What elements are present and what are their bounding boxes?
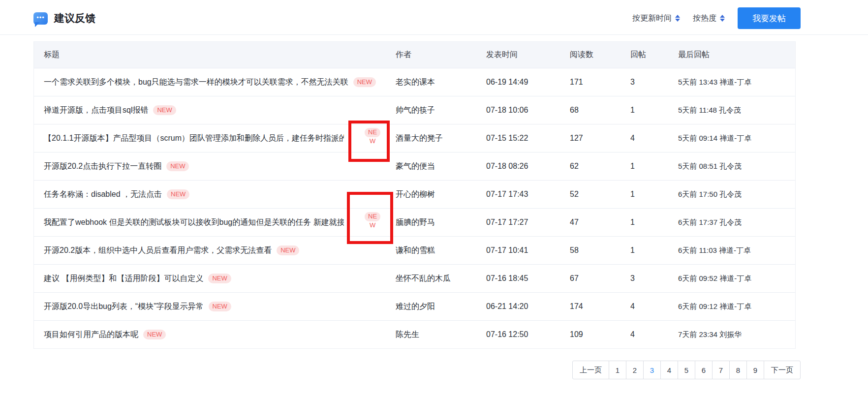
last-reply-cell: 6天前 09:12 禅道-丁卓	[678, 302, 795, 311]
reply-count-cell: 3	[630, 274, 678, 283]
author-cell: 谦和的雪糕	[396, 245, 486, 256]
table-row: 【20.1.1开源版本】产品型项目（scrum）团队管理添加和删除人员后，建任务…	[34, 124, 795, 152]
post-title-cell: 建议 【用例类型】和【适用阶段】可以自定义NEW	[44, 274, 396, 284]
post-title-cell: 一个需求关联到多个模块，bug只能选与需求一样的模块才可以关联需求，不然无法关联…	[44, 77, 396, 88]
last-reply-cell: 6天前 11:03 禅道-丁卓	[678, 246, 795, 255]
post-title-cell: 开源版20.0导出bug列表，“模块”字段显示异常NEW	[44, 302, 396, 312]
pagination-page-1[interactable]: 1	[609, 361, 626, 379]
pagination-page-9[interactable]: 9	[746, 361, 764, 379]
post-title-link[interactable]: 开源版20.2点击执行下拉一直转圈	[44, 161, 161, 172]
page-header: ••• 建议反馈 按更新时间 按热度 我要发帖	[33, 6, 801, 31]
author-cell: 酒量大的凳子	[396, 133, 486, 144]
chat-bubble-icon: •••	[33, 12, 48, 25]
post-time-cell: 06-21 14:20	[486, 302, 570, 311]
read-count-cell: 171	[570, 78, 630, 87]
reply-count-cell: 1	[630, 162, 678, 171]
feedback-table: 标题作者发表时间阅读数回帖最后回帖 一个需求关联到多个模块，bug只能选与需求一…	[33, 41, 796, 349]
pagination: 上一页123456789下一页	[572, 361, 801, 379]
table-row: 禅道开源版，点击项目sql报错NEW帅气的筷子07-18 10:066815天前…	[34, 96, 795, 124]
new-post-button[interactable]: 我要发帖	[738, 7, 801, 29]
author-cell: 陈先生	[396, 330, 486, 340]
read-count-cell: 52	[570, 190, 630, 199]
post-title-link[interactable]: 建议 【用例类型】和【适用阶段】可以自定义	[44, 274, 203, 284]
post-title-link[interactable]: 一个需求关联到多个模块，bug只能选与需求一样的模块才可以关联需求，不然无法关联	[44, 77, 348, 88]
table-row: 我配置了webhook 但是关联的测试板块可以接收到bug的通知但是关联的任务 …	[34, 208, 795, 236]
header-divider	[0, 34, 868, 35]
post-time-cell: 07-16 18:45	[486, 274, 570, 283]
read-count-cell: 47	[570, 218, 630, 227]
post-time-cell: 07-15 15:22	[486, 134, 570, 143]
post-time-cell: 06-19 14:49	[486, 78, 570, 87]
annotation-box-row3-new-badge	[348, 121, 390, 162]
pagination-page-3[interactable]: 3	[643, 361, 661, 379]
post-time-cell: 07-18 08:26	[486, 162, 570, 171]
author-cell: 难过的夕阳	[396, 302, 486, 312]
pagination-page-5[interactable]: 5	[678, 361, 695, 379]
column-header-2: 发表时间	[486, 50, 570, 60]
last-reply-cell: 5天前 08:51 孔令茂	[678, 162, 795, 171]
column-header-0: 标题	[44, 50, 396, 60]
header-controls: 按更新时间 按热度 我要发帖	[632, 7, 801, 29]
post-title-link[interactable]: 开源版20.0导出bug列表，“模块”字段显示异常	[44, 302, 204, 312]
sort-by-hot-label: 按热度	[693, 13, 716, 24]
post-time-cell: 07-18 10:06	[486, 106, 570, 115]
post-title-cell: 禅道开源版，点击项目sql报错NEW	[44, 105, 396, 116]
post-title-link[interactable]: 开源20.2版本，组织中选中人员后查看用户需求，父需求无法查看	[44, 245, 272, 256]
post-title-cell: 【20.1.1开源版本】产品型项目（scrum）团队管理添加和删除人员后，建任务…	[44, 133, 396, 144]
pagination-page-4[interactable]: 4	[660, 361, 678, 379]
pagination-next-button[interactable]: 下一页	[764, 361, 801, 379]
post-title-cell: 项目如何引用产品的版本呢NEW	[44, 330, 396, 340]
table-row: 项目如何引用产品的版本呢NEW陈先生07-16 12:5010947天前 23:…	[34, 320, 795, 348]
new-badge: NEW	[209, 302, 231, 312]
new-badge: NEW	[166, 161, 189, 172]
page-title-group: ••• 建议反馈	[33, 11, 95, 25]
author-cell: 腼腆的野马	[396, 217, 486, 228]
last-reply-cell: 5天前 13:43 禅道-丁卓	[678, 78, 795, 87]
page-title: 建议反馈	[54, 11, 95, 25]
post-title-link[interactable]: 【20.1.1开源版本】产品型项目（scrum）团队管理添加和删除人员后，建任务…	[44, 133, 344, 144]
pagination-page-6[interactable]: 6	[695, 361, 713, 379]
pagination-page-7[interactable]: 7	[712, 361, 730, 379]
sort-carets-icon	[675, 15, 680, 22]
reply-count-cell: 1	[630, 246, 678, 255]
post-title-cell: 开源版20.2点击执行下拉一直转圈NEW	[44, 161, 396, 172]
author-cell: 开心的柳树	[396, 189, 486, 200]
read-count-cell: 109	[570, 330, 630, 339]
last-reply-cell: 7天前 23:34 刘振华	[678, 330, 795, 339]
read-count-cell: 67	[570, 274, 630, 283]
reply-count-cell: 4	[630, 302, 678, 311]
sort-by-update-time[interactable]: 按更新时间	[632, 13, 680, 24]
reply-count-cell: 1	[630, 190, 678, 199]
last-reply-cell: 6天前 09:52 禅道-丁卓	[678, 274, 795, 283]
reply-count-cell: 4	[630, 134, 678, 143]
column-header-3: 阅读数	[570, 50, 630, 60]
reply-count-cell: 4	[630, 330, 678, 339]
post-title-cell: 我配置了webhook 但是关联的测试板块可以接收到bug的通知但是关联的任务 …	[44, 217, 396, 228]
pagination-page-2[interactable]: 2	[626, 361, 644, 379]
post-time-cell: 07-16 12:50	[486, 330, 570, 339]
new-badge: NEW	[208, 274, 231, 284]
table-row: 开源20.2版本，组织中选中人员后查看用户需求，父需求无法查看NEW谦和的雪糕0…	[34, 236, 795, 264]
read-count-cell: 174	[570, 302, 630, 311]
annotation-box-row6-new-badge	[347, 192, 393, 244]
table-row: 任务名称涵：disabled ，无法点击NEW开心的柳树07-17 17:435…	[34, 180, 795, 208]
last-reply-cell: 5天前 09:14 禅道-丁卓	[678, 134, 795, 143]
sort-by-hot[interactable]: 按热度	[693, 13, 725, 24]
table-row: 建议 【用例类型】和【适用阶段】可以自定义NEW坐怀不乱的木瓜07-16 18:…	[34, 264, 795, 292]
post-title-link[interactable]: 禅道开源版，点击项目sql报错	[44, 105, 148, 116]
post-title-link[interactable]: 任务名称涵：disabled ，无法点击	[44, 189, 162, 200]
sort-by-update-time-label: 按更新时间	[632, 13, 672, 24]
post-title-cell: 任务名称涵：disabled ，无法点击NEW	[44, 189, 396, 200]
pagination-page-8[interactable]: 8	[729, 361, 747, 379]
post-time-cell: 07-17 17:43	[486, 190, 570, 199]
column-header-1: 作者	[396, 50, 486, 60]
post-time-cell: 07-17 10:41	[486, 246, 570, 255]
read-count-cell: 58	[570, 246, 630, 255]
post-title-link[interactable]: 我配置了webhook 但是关联的测试板块可以接收到bug的通知但是关联的任务 …	[44, 217, 344, 228]
read-count-cell: 62	[570, 162, 630, 171]
post-title-link[interactable]: 项目如何引用产品的版本呢	[44, 330, 138, 340]
table-header-row: 标题作者发表时间阅读数回帖最后回帖	[34, 41, 795, 68]
last-reply-cell: 6天前 17:37 孔令茂	[678, 218, 795, 227]
table-row: 开源版20.0导出bug列表，“模块”字段显示异常NEW难过的夕阳06-21 1…	[34, 292, 795, 320]
pagination-prev-button[interactable]: 上一页	[572, 361, 609, 379]
